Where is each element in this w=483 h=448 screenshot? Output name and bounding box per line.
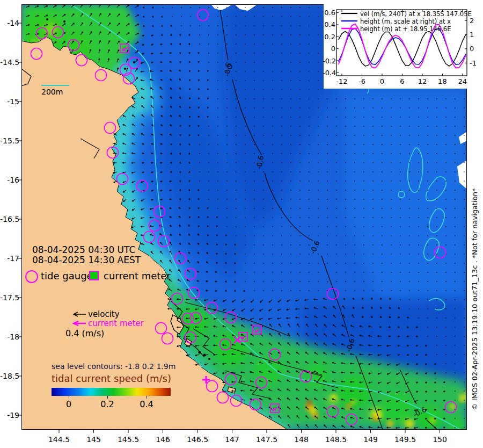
isobath-200m-label: 200m xyxy=(41,88,63,96)
velocity-arrow-icon xyxy=(71,310,87,318)
inset-right-tick: 2 xyxy=(470,17,482,25)
inset-legend-height-plus: height (m) at + 18.95 146.6E xyxy=(360,25,451,33)
islet xyxy=(124,68,126,70)
lat-tick-label: -18 xyxy=(0,333,19,341)
lon-tick-label: 146 xyxy=(147,435,179,444)
inset-left-tick: 0.4 xyxy=(323,20,335,28)
lon-tick-label: 147.5 xyxy=(251,435,283,444)
inset-x-tick: 12 xyxy=(413,77,431,85)
lat-tick-label: -17.5 xyxy=(0,293,19,302)
sea-level-contours-note: sea level contours: -1.8 0.2 1.9m xyxy=(52,362,175,371)
inset-right-tick: 1 xyxy=(470,31,482,39)
colorbar xyxy=(52,388,171,396)
islet xyxy=(133,61,135,63)
lat-tick-label: -14.5 xyxy=(0,58,19,67)
tide-gauge-label: tide gauge xyxy=(41,270,93,281)
current-meter-label: current meter xyxy=(104,270,171,281)
colorbar-tick-label: 0 xyxy=(55,399,82,409)
lon-tick-label: 144.5 xyxy=(43,435,75,444)
lon-tick-label: 145 xyxy=(78,435,110,444)
lon-tick-label: 150 xyxy=(424,435,456,444)
inset-left-tick: 0 xyxy=(323,45,335,53)
lat-tick-label: -19 xyxy=(0,411,19,420)
inset-legend-vel: vel (m/s, 240T) at x 18.35S 147.05E xyxy=(360,10,472,18)
lat-tick-label: -15.5 xyxy=(0,136,19,145)
isobath-200m-line xyxy=(41,85,69,86)
inset-legend-height-x: height (m, scale at right) at x xyxy=(360,18,451,25)
inset-x-tick: 18 xyxy=(433,77,451,85)
colorbar-tick-mark xyxy=(147,396,147,399)
current-meter-arrow-icon xyxy=(71,320,87,327)
lat-tick-label: -16 xyxy=(0,176,19,184)
inset-x-tick: -12 xyxy=(333,77,351,85)
current-meter2-label: current meter xyxy=(88,319,144,328)
lat-tick-label: -15 xyxy=(0,97,19,106)
lon-tick-label: 146.5 xyxy=(181,435,214,444)
copyright-note: © IMOS 02-Apr-2025 13:19:10 out71_13c . … xyxy=(471,189,479,410)
datetime-aest: 08-04-2025 14:30 AEST xyxy=(32,255,141,265)
inset-right-tick: 0 xyxy=(470,45,482,53)
lon-tick-label: 147 xyxy=(216,435,248,444)
inset-timeseries-panel: vel (m/s, 240T) at x 18.35S 147.05E heig… xyxy=(324,4,479,89)
current-meter-icon xyxy=(89,271,99,280)
velocity-scale-label: 0.4 (m/s) xyxy=(65,328,104,338)
lat-tick-label: -18.5 xyxy=(0,372,19,380)
inset-left-tick: -0.2 xyxy=(323,57,335,65)
inset-left-tick: -0.4 xyxy=(323,69,335,77)
inset-left-tick: 0.6 xyxy=(323,9,335,17)
lon-tick-label: 149.5 xyxy=(389,435,421,444)
lat-tick-label: -17 xyxy=(0,254,19,263)
inset-right-tick: -1 xyxy=(470,59,482,67)
inset-x-tick: 0 xyxy=(373,77,391,85)
colorbar-tick-mark xyxy=(69,396,69,399)
inset-x-tick: 6 xyxy=(393,77,411,85)
lat-tick-label: -16.5 xyxy=(0,215,19,223)
lon-tick-label: 148 xyxy=(286,435,318,444)
islet xyxy=(46,18,48,20)
datetime-utc: 08-04-2025 04:30 UTC xyxy=(32,244,135,255)
lon-tick-label: 148.5 xyxy=(320,435,352,444)
inset-x-tick: 24 xyxy=(453,77,472,85)
colorbar-tick-mark xyxy=(107,396,108,399)
islet xyxy=(208,358,210,360)
contour-value-label: -0.6 xyxy=(223,62,233,77)
lat-tick-label: -14 xyxy=(0,19,19,27)
islet xyxy=(63,20,65,23)
lon-tick-label: 149 xyxy=(355,435,387,444)
tide-gauge-icon xyxy=(25,270,38,283)
velocity-label: velocity xyxy=(88,309,120,319)
tidal-current-map-figure: { "figure": { "copyright": "© IMOS 02-Ap… xyxy=(0,0,483,448)
lon-tick-label: 145.5 xyxy=(112,435,144,444)
inset-left-tick: 0.2 xyxy=(323,33,335,41)
colorbar-tick-label: 0.2 xyxy=(94,399,121,409)
colorbar-tick-label: 0.4 xyxy=(133,399,160,409)
inset-x-tick: -6 xyxy=(353,77,371,85)
colorbar-title: tidal current speed (m/s) xyxy=(52,373,171,384)
